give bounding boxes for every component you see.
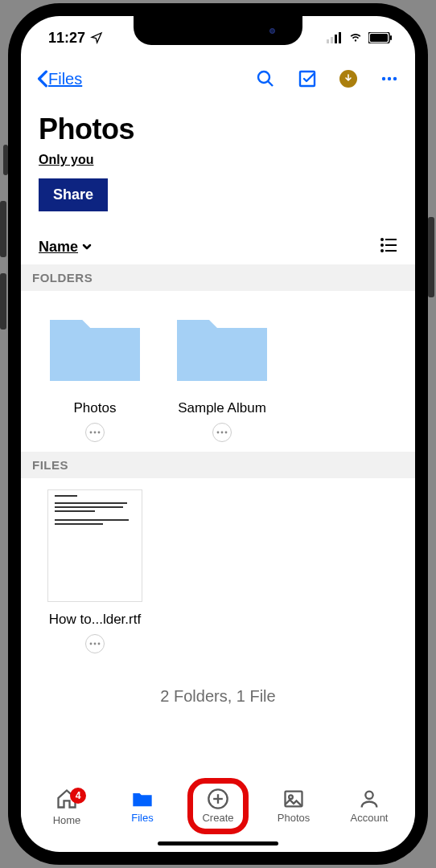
access-info[interactable]: Only you (39, 153, 93, 167)
svg-rect-9 (300, 72, 315, 86)
svg-rect-2 (335, 35, 337, 43)
svg-rect-0 (327, 39, 329, 43)
folder-label: Sample Album (166, 400, 278, 416)
folder-header: Photos Only you Share (21, 98, 415, 218)
page-title: Photos (39, 113, 397, 146)
folder-icon (47, 309, 143, 389)
svg-point-26 (94, 643, 97, 645)
location-arrow-icon (90, 31, 103, 44)
account-icon (358, 788, 380, 810)
svg-rect-3 (339, 32, 341, 43)
photos-icon (282, 788, 305, 810)
wifi-icon (348, 32, 364, 43)
svg-point-12 (393, 77, 397, 80)
tab-account[interactable]: Account (331, 784, 407, 852)
folder-more-button[interactable] (85, 423, 105, 442)
svg-point-19 (90, 432, 93, 434)
tab-home[interactable]: 4 Home (29, 784, 105, 852)
tab-label: Home (53, 814, 81, 826)
file-label: How to...lder.rtf (39, 612, 151, 628)
svg-rect-18 (385, 250, 397, 252)
svg-rect-5 (370, 34, 388, 42)
item-count-summary: 2 Folders, 1 File (21, 657, 415, 719)
svg-point-20 (94, 432, 97, 434)
svg-point-15 (380, 244, 384, 247)
svg-point-32 (289, 795, 293, 799)
home-badge: 4 (70, 788, 86, 804)
status-time: 11:27 (48, 30, 85, 47)
more-horizontal-icon (216, 431, 228, 434)
folders-section-header: FOLDERS (21, 264, 415, 291)
svg-point-13 (380, 238, 384, 241)
folder-item[interactable]: Photos (39, 309, 151, 442)
more-horizontal-icon (380, 69, 399, 88)
svg-rect-14 (385, 239, 397, 240)
share-button[interactable]: Share (39, 178, 108, 211)
home-indicator[interactable] (158, 841, 278, 845)
svg-point-25 (90, 643, 93, 645)
select-button[interactable] (298, 69, 317, 88)
svg-rect-1 (331, 37, 333, 43)
svg-point-7 (258, 72, 269, 83)
folder-item[interactable]: Sample Album (166, 309, 278, 442)
svg-line-8 (268, 81, 273, 86)
search-button[interactable] (256, 69, 275, 88)
search-icon (256, 69, 275, 88)
svg-point-24 (225, 432, 228, 434)
svg-point-21 (98, 432, 101, 434)
more-horizontal-icon (89, 642, 101, 645)
svg-rect-16 (385, 244, 397, 246)
chevron-left-icon (37, 70, 48, 88)
back-button[interactable]: Files (37, 70, 82, 88)
folder-label: Photos (39, 400, 151, 416)
sort-button[interactable]: Name (39, 239, 93, 256)
files-section-header: FILES (21, 452, 415, 478)
battery-icon (368, 32, 393, 43)
checkbox-icon (298, 69, 317, 88)
upload-status-button[interactable] (339, 70, 357, 88)
list-view-icon (380, 237, 397, 253)
file-thumbnail (47, 489, 142, 602)
more-horizontal-icon (89, 431, 101, 434)
tab-label: Account (351, 812, 389, 824)
svg-rect-6 (390, 35, 392, 40)
tab-bar: 4 Home Files Create Photos (21, 781, 415, 852)
tab-label: Files (131, 812, 153, 824)
download-circle-icon (339, 70, 357, 88)
more-button[interactable] (380, 69, 399, 88)
folder-more-button[interactable] (212, 423, 232, 442)
plus-circle-icon (207, 788, 229, 810)
svg-point-11 (388, 77, 391, 80)
file-more-button[interactable] (85, 634, 105, 653)
tab-label: Photos (278, 812, 310, 824)
folder-icon (174, 309, 270, 389)
svg-point-23 (221, 432, 224, 434)
nav-bar: Files (21, 59, 415, 98)
sort-label: Name (39, 239, 78, 256)
folder-icon (131, 788, 154, 810)
file-item[interactable]: How to...lder.rtf (39, 489, 151, 653)
svg-point-22 (217, 432, 220, 434)
svg-point-17 (380, 249, 384, 252)
view-toggle-button[interactable] (380, 237, 397, 256)
tab-label: Create (202, 812, 233, 824)
svg-point-10 (382, 77, 385, 80)
back-label: Files (48, 70, 82, 88)
svg-point-33 (365, 792, 372, 799)
chevron-down-icon (81, 241, 93, 252)
svg-point-27 (98, 643, 101, 645)
cellular-signal-icon (327, 32, 343, 43)
